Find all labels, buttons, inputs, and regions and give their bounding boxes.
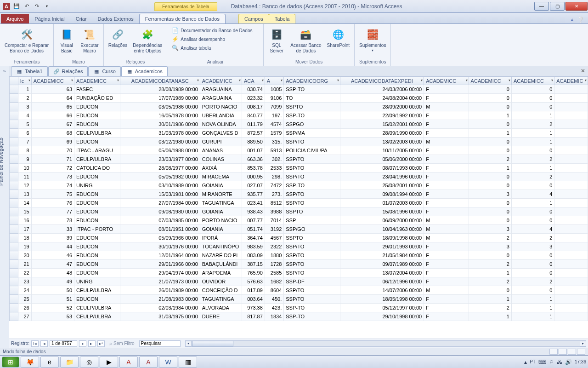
cell[interactable]: 0 xyxy=(511,85,554,94)
cell[interactable] xyxy=(554,312,588,321)
table-row[interactable]: 1733ITPAC - PORTO08/01/1951 00:00GOIANIA… xyxy=(10,225,588,234)
table-row[interactable]: 2753CEULP/ULBRA31/03/1975 00:00DUERE817.… xyxy=(10,312,588,321)
cell[interactable]: CONCEIÇÃO D xyxy=(200,286,242,295)
cell[interactable]: 17/07/1989 00:00 xyxy=(120,94,200,103)
cell[interactable]: 3 xyxy=(469,190,511,199)
cell[interactable] xyxy=(554,242,588,251)
cell[interactable]: 09/07/1989 00:00 xyxy=(340,260,424,269)
column-dropdown-icon[interactable]: ▾ xyxy=(117,78,119,82)
cell[interactable]: COLINAS xyxy=(200,155,242,164)
cell[interactable]: M xyxy=(424,103,469,111)
cell[interactable]: 3988 xyxy=(265,207,283,216)
cell[interactable]: 20 xyxy=(18,251,31,260)
cell[interactable]: 0 xyxy=(511,286,554,295)
cell[interactable]: F xyxy=(424,242,469,251)
cell[interactable]: 1 xyxy=(511,312,554,321)
save-icon[interactable]: 💾 xyxy=(13,3,20,10)
cell[interactable]: 46 xyxy=(31,251,74,260)
cell[interactable]: F xyxy=(424,129,469,138)
taskbar-media[interactable]: ▶ xyxy=(100,356,118,368)
cell[interactable]: 12 xyxy=(18,181,31,190)
cell[interactable]: POLICIA CIVIL/PA xyxy=(284,146,340,155)
table-row[interactable]: 1072CATOLICA DO 28/08/1977 00:00AXIXÁ853… xyxy=(10,164,588,172)
row-selector[interactable] xyxy=(10,190,18,199)
cell[interactable]: EDUCON xyxy=(74,111,120,120)
cell[interactable]: SSP/TO xyxy=(284,286,340,295)
cell[interactable]: 74 xyxy=(31,181,74,190)
cell[interactable]: BABAÇULÂNDI xyxy=(200,260,242,269)
cell[interactable]: 39 xyxy=(31,234,74,242)
cell[interactable]: ANANAS xyxy=(200,146,242,155)
column-dropdown-icon[interactable]: ▾ xyxy=(71,78,73,82)
cell[interactable]: EDUCON xyxy=(74,199,120,207)
taskbar-explorer[interactable]: 📁 xyxy=(60,356,79,368)
cell[interactable]: MIRACEMA xyxy=(200,172,242,181)
cell[interactable]: 25/08/2001 00:00 xyxy=(340,181,424,190)
cell[interactable]: SSPTO xyxy=(284,207,340,216)
row-selector[interactable] xyxy=(10,85,18,94)
nav-pane-collapsed[interactable]: » Painel de Navegação xyxy=(0,66,9,348)
cell[interactable]: 51 xyxy=(31,295,74,304)
cell[interactable] xyxy=(554,199,588,207)
table-row[interactable]: 1944EDUCON30/10/1976 00:00TOCANTINÓPO983… xyxy=(10,242,588,251)
cell[interactable]: 09/08/1994 00:00 xyxy=(340,190,424,199)
cell[interactable]: 1579 xyxy=(265,129,283,138)
column-header[interactable] xyxy=(10,77,18,85)
scroll-right-icon[interactable]: ▸ xyxy=(580,341,586,346)
cell[interactable]: F xyxy=(424,172,469,181)
cell[interactable] xyxy=(554,111,588,120)
cell[interactable]: EDUCON xyxy=(74,120,120,129)
cell[interactable]: 2 xyxy=(511,120,554,129)
tray-volume-icon[interactable]: 🔊 xyxy=(565,359,572,365)
column-header[interactable]: ACADEMICC▾ xyxy=(200,77,242,85)
sql-server-button[interactable]: 🗄️SQL Server xyxy=(266,26,287,54)
cell[interactable]: 9106 xyxy=(265,94,283,103)
table-row[interactable]: 2147EDUCON29/01/1966 00:00BABAÇULÂNDI387… xyxy=(10,260,588,269)
cell[interactable]: 27 xyxy=(18,312,31,321)
column-header[interactable]: A▾ xyxy=(265,77,283,85)
cell[interactable]: 13/07/2004 00:00 xyxy=(340,269,424,277)
row-selector[interactable] xyxy=(10,304,18,312)
cell[interactable]: 77 xyxy=(31,207,74,216)
row-selector[interactable] xyxy=(10,172,18,181)
cell[interactable]: SSP/TO xyxy=(284,138,340,146)
cell[interactable]: EDUCON xyxy=(74,190,120,199)
cell[interactable]: 3 xyxy=(469,225,511,234)
cell[interactable]: SSP/TO xyxy=(284,242,340,251)
cell[interactable]: 5 xyxy=(18,120,31,129)
table-row[interactable]: 971CEULP/ULBRA23/03/1977 00:00COLINAS663… xyxy=(10,155,588,164)
cell[interactable]: 10/11/2005 00:00 xyxy=(340,146,424,155)
doctab-tabela1[interactable]: ▦Tabela1 xyxy=(11,66,48,76)
cell[interactable]: SSP/TO xyxy=(284,155,340,164)
cell[interactable]: 1834 xyxy=(265,312,283,321)
cell[interactable]: 1880 xyxy=(265,251,283,260)
tab-dbtools[interactable]: Ferramentas de Banco de Dados xyxy=(139,14,226,23)
cell[interactable]: EDUCON xyxy=(74,260,120,269)
cell[interactable] xyxy=(554,295,588,304)
help-icon[interactable]: ❔ xyxy=(577,17,584,23)
cell[interactable]: SSP/TO xyxy=(284,172,340,181)
cell[interactable]: 0 xyxy=(469,85,511,94)
cell[interactable]: GOIANIA xyxy=(200,181,242,190)
cell[interactable]: 11 xyxy=(18,172,31,181)
cell[interactable]: 7099 xyxy=(265,103,283,111)
record-position-input[interactable] xyxy=(50,340,77,347)
cell[interactable]: 17 xyxy=(18,225,31,234)
cell[interactable]: 197. xyxy=(265,111,283,120)
cell[interactable]: 07/03/1985 00:00 xyxy=(120,216,200,225)
cell[interactable]: 02/03/1984 00:00 xyxy=(120,304,200,312)
cell[interactable]: 2 xyxy=(511,172,554,181)
cell[interactable]: 1 xyxy=(469,312,511,321)
cell[interactable]: 21 xyxy=(18,260,31,269)
table-row[interactable]: 1375EDUCON15/03/1981 00:00MIRANORTE935.7… xyxy=(10,190,588,199)
cell[interactable]: 15/02/2001 00:00 xyxy=(340,120,424,129)
cell[interactable]: ITPAC - PORTO xyxy=(74,225,120,234)
cell[interactable] xyxy=(554,155,588,164)
cell[interactable]: 16 xyxy=(18,216,31,225)
cell[interactable]: 76 xyxy=(31,199,74,207)
cell[interactable]: EDUCON xyxy=(74,295,120,304)
cell[interactable]: NOVA OLINDA xyxy=(200,120,242,129)
cell[interactable]: SSP/TO xyxy=(284,269,340,277)
cell[interactable]: 2 xyxy=(469,260,511,269)
cell[interactable]: 051.74 xyxy=(242,225,265,234)
